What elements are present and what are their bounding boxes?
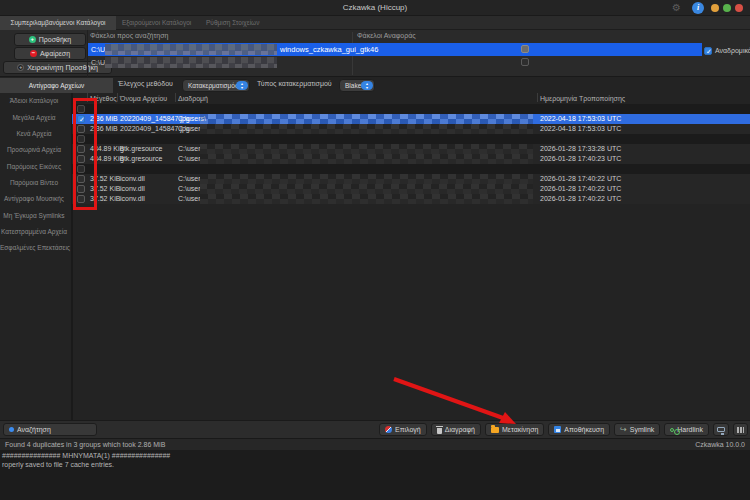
- hardlink-button[interactable]: Hardlink: [664, 423, 709, 436]
- table-row[interactable]: 2.36 MiB 20220409_145847.jpg C:\users\ 2…: [72, 114, 750, 124]
- close-button[interactable]: [735, 4, 743, 12]
- sort-icon: [737, 427, 744, 433]
- duplicate-group-header-row[interactable]: [72, 104, 750, 114]
- cell-modified: 2026-01-28 17:40:22 UTC: [540, 174, 621, 184]
- hash-type-dropdown[interactable]: Blake3: [339, 79, 375, 92]
- cell-modified: 2026-01-28 17:40:23 UTC: [540, 154, 621, 164]
- title-bar: Czkawka (Hiccup) ⚙ i: [0, 0, 750, 16]
- spinner-icon[interactable]: [236, 81, 248, 90]
- sidebar-item-empty-files[interactable]: Κενά Αρχεία: [0, 127, 68, 141]
- duplicate-group-header-row[interactable]: [72, 134, 750, 144]
- redacted-path: [200, 184, 533, 194]
- reference-folder-checkbox[interactable]: [521, 45, 529, 53]
- annotation-red-rectangle: [73, 98, 97, 210]
- recursive-checkbox[interactable]: [704, 47, 712, 55]
- table-row[interactable]: 434.89 KiB gtk.gresource C:\users\ 2026-…: [72, 154, 750, 164]
- directory-row[interactable]: C:\Use: [88, 56, 702, 68]
- column-header-search-folders[interactable]: Φάκελοι προς αναζήτηση: [90, 32, 168, 39]
- status-bar: Found 4 duplicates in 3 groups which too…: [0, 438, 750, 450]
- czkawka-window: Czkawka (Hiccup) ⚙ i Συμπεριλαμβανόμενοι…: [0, 0, 750, 500]
- redacted-path: [200, 154, 533, 164]
- table-row[interactable]: 434.89 KiB gtk.gresource C:\users\ 2026-…: [72, 144, 750, 154]
- sidebar-item-temporary-files[interactable]: Προσωρινά Αρχεία: [0, 143, 68, 157]
- minimize-button[interactable]: [711, 4, 719, 12]
- plus-icon: +: [17, 64, 24, 71]
- column-header-path[interactable]: Διαδρομή: [178, 93, 208, 104]
- tab-included-directories[interactable]: Συμπεριλαμβανόμενοι Κατάλογοι: [0, 16, 116, 30]
- search-button[interactable]: Αναζήτηση: [3, 423, 97, 436]
- gear-icon[interactable]: ⚙: [672, 2, 681, 14]
- console-line: ############### ΜΗΝΥΜΑΤΑ(1) ############…: [2, 452, 750, 461]
- sidebar-item-broken-files[interactable]: Κατεστραμμένα Αρχεία: [0, 225, 68, 239]
- header-divider: [537, 93, 538, 102]
- add-directory-label: Προσθήκη: [39, 36, 71, 43]
- console-line: roperly saved to file 7 cache entries.: [2, 461, 750, 470]
- select-button[interactable]: Επιλογή: [379, 423, 427, 436]
- window-title: Czkawka (Hiccup): [0, 0, 750, 16]
- directory-tabs: Συμπεριλαμβανόμενοι Κατάλογοι Εξαιρούμεν…: [0, 16, 750, 30]
- sidebar-item-label: Αντίγραφο Αρχείων: [23, 78, 91, 93]
- sidebar-item-big-files[interactable]: Μεγάλα Αρχεία: [0, 111, 68, 125]
- cell-modified: 2026-01-28 17:33:28 UTC: [540, 144, 621, 154]
- redacted-path: [200, 144, 533, 154]
- search-icon: [9, 427, 14, 432]
- save-button[interactable]: Αποθήκευση: [548, 423, 610, 436]
- header-divider: [117, 93, 118, 102]
- cell-file-name: iconv.dll: [120, 174, 145, 184]
- duplicate-group-header-row[interactable]: [72, 164, 750, 174]
- column-header-reference-folders[interactable]: Φάκελοι Αναφοράς: [357, 32, 416, 39]
- info-icon[interactable]: i: [692, 2, 704, 14]
- select-icon: [385, 426, 392, 433]
- hardlink-icon: [670, 428, 674, 432]
- cell-file-name: iconv.dll: [120, 184, 145, 194]
- messages-console[interactable]: ############### ΜΗΝΥΜΑΤΑ(1) ############…: [0, 450, 750, 500]
- sidebar-item-similar-videos[interactable]: Παρόμοια Βίντεο: [0, 176, 68, 190]
- save-button-label: Αποθήκευση: [564, 426, 604, 433]
- bottom-toolbar: Αναζήτηση Επιλογή Διαγραφή Μετακίνηση Απ…: [0, 420, 750, 438]
- cell-file-name: gtk.gresource: [120, 144, 162, 154]
- delete-button[interactable]: Διαγραφή: [431, 423, 481, 436]
- check-method-dropdown[interactable]: Κατακερματισμός: [182, 79, 250, 92]
- move-button-label: Μετακίνηση: [502, 426, 538, 433]
- redacted-path: [200, 114, 533, 124]
- sidebar-item-similar-images[interactable]: Παρόμοιες Εικόνες: [0, 160, 68, 174]
- maximize-button[interactable]: [723, 4, 731, 12]
- sidebar-item-empty-directories[interactable]: Άδειοι Κατάλογοι: [0, 94, 68, 108]
- sidebar-item-invalid-symlinks[interactable]: Μη Έγκυρα Symlinks: [0, 209, 68, 223]
- sort-button[interactable]: [733, 423, 748, 436]
- save-icon: [554, 426, 561, 433]
- tab-items-settings[interactable]: Ρύθμιση Στοιχείων: [206, 16, 259, 30]
- compare-icon: [717, 427, 725, 432]
- directory-row-selected[interactable]: C:\Use windows_czkawka_gui_gtk46: [88, 43, 702, 56]
- remove-directory-label: Αφαίρεση: [40, 50, 70, 57]
- compare-button[interactable]: [713, 423, 729, 436]
- add-directory-button[interactable]: + Προσθήκη: [14, 33, 86, 46]
- remove-directory-button[interactable]: − Αφαίρεση: [14, 47, 86, 60]
- sidebar-item-bad-extensions[interactable]: Εσφαλμένες Επεκτάσεις: [0, 241, 68, 255]
- sidebar-item-music-duplicates[interactable]: Αντίγραφο Μουσικής: [0, 192, 68, 206]
- cell-modified: 2022-04-18 17:53:03 UTC: [540, 114, 621, 124]
- table-row[interactable]: 37.52 KiB iconv.dll C:\users\ 2026-01-28…: [72, 194, 750, 204]
- table-row[interactable]: 37.52 KiB iconv.dll C:\users\ 2026-01-28…: [72, 184, 750, 194]
- column-header-modification-date[interactable]: Ημερομηνία Τροποποίησης: [540, 93, 625, 104]
- delete-button-label: Διαγραφή: [445, 426, 475, 433]
- check-method-label: Έλεγχος μεθόδου: [118, 80, 173, 87]
- recursive-label: Αναδρομικά: [715, 43, 750, 59]
- column-header-file-name[interactable]: Όνομα Αρχείου: [120, 93, 167, 104]
- check-method-value: Κατακερματισμός: [188, 82, 238, 89]
- minus-icon: −: [30, 50, 37, 57]
- sidebar-item-duplicate-files[interactable]: Αντίγραφο Αρχείων: [0, 78, 113, 93]
- spinner-icon[interactable]: [361, 81, 373, 90]
- trash-icon: [437, 428, 442, 434]
- reference-folder-checkbox[interactable]: [521, 58, 529, 66]
- move-button[interactable]: Μετακίνηση: [485, 423, 544, 436]
- directories-panel: + Προσθήκη − Αφαίρεση + Χειροκίνητη Προσ…: [0, 30, 750, 77]
- table-row[interactable]: 2.36 MiB 20220409_145847.jpg C:\users\ 2…: [72, 124, 750, 134]
- cell-file-name: gtk.gresource: [120, 154, 162, 164]
- table-row[interactable]: 37.52 KiB iconv.dll C:\users\ 2026-01-28…: [72, 174, 750, 184]
- tab-excluded-directories[interactable]: Εξαιρούμενοι Κατάλογοι: [122, 16, 191, 30]
- cell-file-name: iconv.dll: [120, 194, 145, 204]
- folder-icon: [491, 427, 499, 433]
- redacted-path: [200, 124, 533, 134]
- symlink-button[interactable]: ↪ Symlink: [614, 423, 660, 436]
